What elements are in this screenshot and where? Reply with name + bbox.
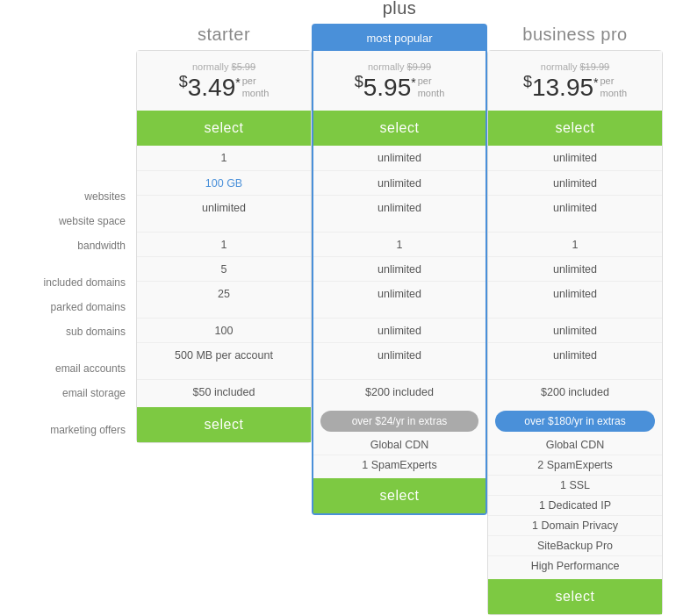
starter-select-bottom[interactable]: select <box>137 407 311 442</box>
starter-name: starter <box>136 18 312 50</box>
plus-website-space: unlimited <box>313 170 485 195</box>
business-pro-select-top[interactable]: select <box>488 111 662 146</box>
spacer-3 <box>13 405 126 418</box>
bp-parked-domains: unlimited <box>488 256 662 281</box>
bp-extra-5: SiteBackup Pro <box>488 535 662 555</box>
starter-sub-domains: 25 <box>137 281 311 305</box>
bp-marketing: $200 included <box>488 379 662 404</box>
bp-spacer1 <box>488 219 662 232</box>
starter-select-top[interactable]: select <box>137 111 311 146</box>
plus-name: plus <box>312 0 487 24</box>
business-pro-price-meta: permonth <box>600 75 627 100</box>
starter-price-meta: permonth <box>242 75 270 100</box>
plus-price-meta: permonth <box>418 75 445 100</box>
business-pro-normally: normally $19.99 <box>497 61 653 72</box>
plan-starter: starter normally $5.99 $3.49* permonth s… <box>136 18 312 443</box>
plus-parked-domains: unlimited <box>313 256 485 281</box>
label-parked-domains: parked domains <box>13 295 126 319</box>
starter-spacer2 <box>137 305 311 318</box>
business-pro-price: $13.95* <box>523 74 599 100</box>
page: websites website space bandwidth include… <box>0 0 676 616</box>
label-included-domains: included domains <box>13 270 126 295</box>
label-email-storage: email storage <box>13 381 126 405</box>
label-website-space: website space <box>13 209 126 233</box>
bp-extra-3: 1 Dedicated IP <box>488 495 662 515</box>
bp-included-domains: 1 <box>488 232 662 256</box>
plan-plus: plus most popular normally $9.99 $5.95* … <box>312 0 487 515</box>
starter-card: normally $5.99 $3.49* permonth select 1 … <box>136 50 312 443</box>
plus-extras-badge: over $24/yr in extras <box>320 411 478 432</box>
labels-column: websites website space bandwidth include… <box>13 18 136 442</box>
starter-bandwidth: unlimited <box>137 195 311 219</box>
business-pro-name: business pro <box>487 18 663 50</box>
plus-email-storage: unlimited <box>313 342 485 367</box>
label-sub-domains: sub domains <box>13 319 126 344</box>
starter-email-storage: 500 MB per account <box>137 342 311 367</box>
business-pro-card: normally $19.99 $13.95* permonth select … <box>487 50 663 615</box>
plus-card: most popular normally $9.99 $5.95* permo… <box>312 24 487 515</box>
starter-email-accounts: 100 <box>137 318 311 342</box>
label-marketing-offers: marketing offers <box>13 418 126 442</box>
plus-features: unlimited unlimited unlimited 1 unlimite… <box>313 146 485 404</box>
plus-extras-list: Global CDN 1 SpamExperts <box>313 435 485 475</box>
starter-marketing: $50 included <box>137 379 311 404</box>
starter-price-section: normally $5.99 $3.49* permonth <box>137 51 311 111</box>
plan-business-pro: business pro normally $19.99 $13.95* per… <box>487 18 663 615</box>
business-pro-select-bottom[interactable]: select <box>488 579 662 614</box>
starter-spacer1 <box>137 219 311 232</box>
starter-features: 1 100 GB unlimited 1 5 25 100 500 MB per… <box>137 146 311 404</box>
plus-price-section: normally $9.99 $5.95* permonth <box>313 51 485 111</box>
starter-websites: 1 <box>137 146 311 170</box>
label-websites: websites <box>13 184 126 209</box>
bp-extra-6: High Performance <box>488 555 662 576</box>
plus-email-accounts: unlimited <box>313 318 485 342</box>
plus-spacer1 <box>313 219 485 232</box>
starter-included-domains: 1 <box>137 232 311 256</box>
business-pro-features: unlimited unlimited unlimited 1 unlimite… <box>488 146 662 404</box>
bp-email-storage: unlimited <box>488 342 662 367</box>
plus-bandwidth: unlimited <box>313 195 485 219</box>
bp-spacer2 <box>488 305 662 318</box>
business-pro-extras-badge: over $180/yr in extras <box>495 411 655 432</box>
starter-website-space: 100 GB <box>137 170 311 195</box>
bp-extra-4: 1 Domain Privacy <box>488 515 662 535</box>
bp-extra-0: Global CDN <box>488 435 662 455</box>
plus-extra-1: 1 SpamExperts <box>313 455 485 475</box>
plus-spacer2 <box>313 305 485 318</box>
bp-websites: unlimited <box>488 146 662 170</box>
spacer-2 <box>13 344 126 356</box>
bp-sub-domains: unlimited <box>488 281 662 305</box>
bp-extra-2: 1 SSL <box>488 475 662 495</box>
plus-normally: normally $9.99 <box>322 61 477 72</box>
label-email-accounts: email accounts <box>13 356 126 381</box>
plus-select-bottom[interactable]: select <box>313 478 485 513</box>
bp-email-accounts: unlimited <box>488 318 662 342</box>
starter-parked-domains: 5 <box>137 256 311 281</box>
most-popular-badge: most popular <box>313 25 485 51</box>
plus-price: $5.95* <box>355 74 416 100</box>
bp-bandwidth: unlimited <box>488 195 662 219</box>
business-pro-extras-list: Global CDN 2 SpamExperts 1 SSL 1 Dedicat… <box>488 435 662 576</box>
starter-price: $3.49* <box>179 74 241 100</box>
plus-marketing: $200 included <box>313 379 485 404</box>
starter-spacer3 <box>137 367 311 379</box>
spacer-1 <box>13 258 126 270</box>
bp-extra-1: 2 SpamExperts <box>488 455 662 475</box>
plans-container: websites website space bandwidth include… <box>18 18 658 615</box>
plus-included-domains: 1 <box>313 232 485 256</box>
bp-website-space: unlimited <box>488 170 662 195</box>
label-bandwidth: bandwidth <box>13 233 126 258</box>
business-pro-price-section: normally $19.99 $13.95* permonth <box>488 51 662 111</box>
bp-spacer3 <box>488 367 662 379</box>
plus-select-top[interactable]: select <box>313 111 485 146</box>
plus-spacer3 <box>313 367 485 379</box>
starter-normally: normally $5.99 <box>146 61 302 72</box>
plus-websites: unlimited <box>313 146 485 170</box>
plus-extra-0: Global CDN <box>313 435 485 455</box>
plus-sub-domains: unlimited <box>313 281 485 305</box>
